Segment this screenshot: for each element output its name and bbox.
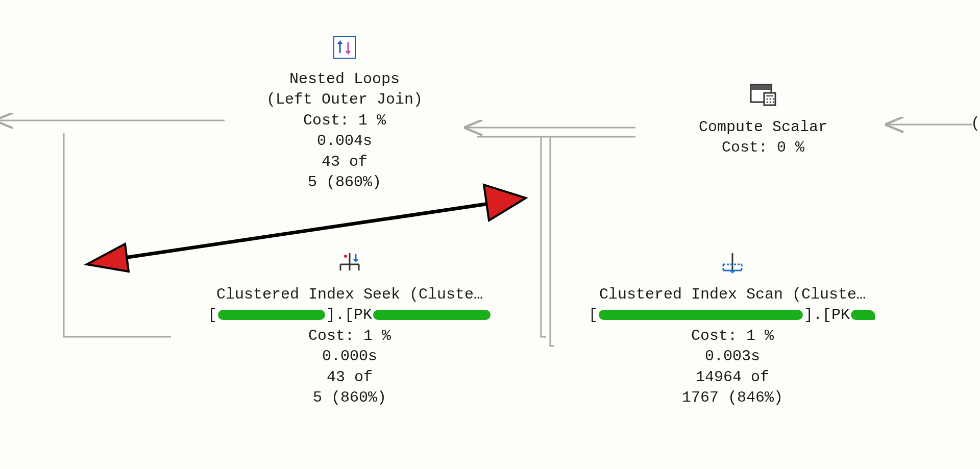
node-object: [].[PK	[554, 305, 911, 326]
node-rows-est: 5 (860%)	[171, 387, 528, 408]
svg-point-22	[344, 255, 347, 258]
redacted-object-name	[599, 310, 803, 320]
svg-point-12	[767, 98, 768, 100]
svg-rect-7	[334, 37, 355, 58]
plan-node-index-scan[interactable]: Clustered Index Scan (Cluste… [].[PK Cos…	[554, 250, 911, 408]
node-time: 0.000s	[171, 346, 528, 367]
node-cost: Cost: 0 %	[638, 137, 888, 158]
node-cost: Cost: 1 %	[225, 110, 464, 131]
svg-point-17	[773, 102, 774, 103]
plan-node-nested-loops[interactable]: Nested Loops (Left Outer Join) Cost: 1 %…	[225, 36, 464, 193]
truncated-text-fragment: (	[971, 115, 980, 132]
index-seek-icon	[336, 250, 363, 281]
node-title: Compute Scalar	[638, 117, 888, 138]
redacted-pk-name	[851, 310, 875, 320]
svg-marker-6	[484, 185, 526, 220]
plan-node-compute-scalar[interactable]: Compute Scalar Cost: 0 %	[638, 82, 888, 158]
node-subtitle: (Left Outer Join)	[225, 89, 464, 110]
redacted-pk-name	[373, 310, 491, 320]
svg-rect-9	[751, 85, 771, 90]
svg-point-13	[770, 98, 771, 100]
node-cost: Cost: 1 %	[554, 326, 911, 347]
node-title: Clustered Index Seek (Cluste…	[171, 284, 528, 305]
node-rows-est: 1767 (846%)	[554, 387, 911, 408]
compute-scalar-icon	[749, 82, 777, 114]
svg-point-16	[770, 102, 771, 103]
svg-point-15	[767, 102, 768, 103]
svg-marker-5	[87, 244, 129, 271]
plan-node-index-seek[interactable]: Clustered Index Seek (Cluste… [].[PK Cos…	[171, 250, 528, 408]
node-title: Clustered Index Scan (Cluste…	[554, 284, 911, 305]
svg-point-14	[773, 98, 774, 100]
node-rows-actual: 43 of	[225, 152, 464, 172]
node-object: [].[PK	[171, 305, 528, 326]
index-scan-icon	[719, 250, 746, 281]
redacted-object-name	[218, 310, 325, 320]
nested-loops-icon	[333, 36, 356, 66]
node-time: 0.003s	[554, 346, 911, 367]
node-rows-actual: 14964 of	[554, 367, 911, 388]
node-cost: Cost: 1 %	[171, 326, 528, 347]
node-rows-est: 5 (860%)	[225, 172, 464, 193]
node-title: Nested Loops	[225, 69, 464, 90]
node-rows-actual: 43 of	[171, 367, 528, 388]
node-time: 0.004s	[225, 131, 464, 152]
